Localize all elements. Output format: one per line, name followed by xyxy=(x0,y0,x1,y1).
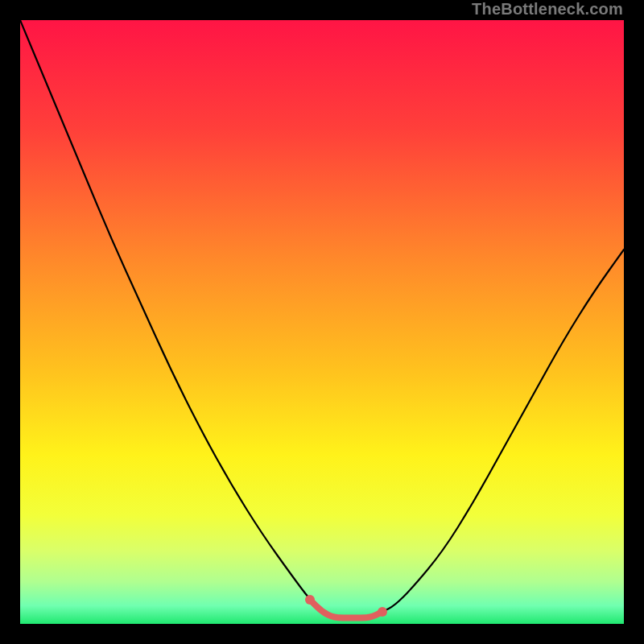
gradient-background xyxy=(20,20,624,624)
chart-frame: TheBottleneck.com xyxy=(0,0,644,644)
svg-point-0 xyxy=(305,595,315,605)
watermark-label: TheBottleneck.com xyxy=(472,0,623,19)
chart-svg xyxy=(20,20,624,624)
svg-point-1 xyxy=(378,607,387,617)
plot-area xyxy=(20,20,624,624)
